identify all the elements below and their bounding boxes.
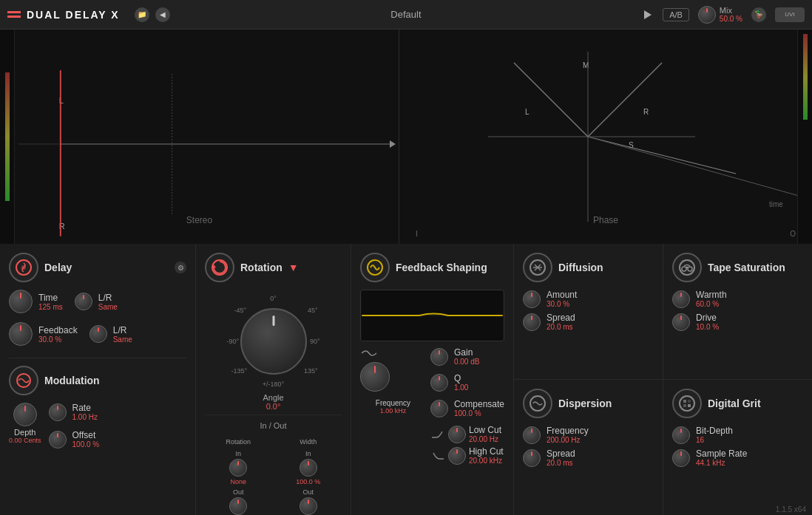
bitdepth-knob[interactable] <box>672 426 690 444</box>
lr-time-knob[interactable] <box>75 293 92 310</box>
diffusion-spread-knob[interactable] <box>523 313 541 331</box>
rotation-dropdown-icon[interactable]: ▼ <box>288 262 299 273</box>
svg-rect-36 <box>683 400 686 403</box>
in-rotation-knob[interactable] <box>229 459 247 477</box>
diffusion-icon <box>523 253 552 282</box>
warmth-knob[interactable] <box>672 290 690 308</box>
rate-value: 1.00 Hz <box>72 413 98 421</box>
offset-value: 100.0 % <box>72 440 100 449</box>
diffusion-spread-param: Spread 20.0 ms <box>523 313 654 331</box>
feedback-svg-icon <box>365 257 385 278</box>
svg-point-33 <box>686 267 688 269</box>
rate-label: Rate <box>72 403 98 413</box>
warmth-label: Warmth <box>696 290 727 300</box>
delay-svg-icon <box>13 257 34 278</box>
mix-area: Mix 50.0 % <box>698 6 742 24</box>
diffusion-spread-label-group: Spread 20.0 ms <box>547 313 575 331</box>
diffusion-amount-label: Amount <box>547 290 577 300</box>
duck-icon[interactable]: 🦆 <box>751 7 766 22</box>
drive-label: Drive <box>696 313 719 323</box>
back-icon[interactable]: ◀ <box>155 7 170 22</box>
delay-settings-icon[interactable]: ⚙ <box>175 262 186 273</box>
uvi-icon[interactable]: UVI <box>775 7 805 22</box>
gain-param: Gain 0.00 dB <box>430 347 504 366</box>
stereo-label: Stereo <box>186 215 212 225</box>
rotation-svg-icon <box>209 257 230 278</box>
angle-label: Angle <box>263 393 283 402</box>
mix-knob[interactable] <box>698 6 716 24</box>
dispersion-freq-label-group: Frequency 200.00 Hz <box>547 426 589 444</box>
bell-icon[interactable] <box>360 347 378 359</box>
offset-label: Offset <box>72 430 100 440</box>
in-width-value: 100.0 % <box>296 478 320 485</box>
eq-left-col: Frequency 1.00 kHz <box>360 347 426 465</box>
vu-bar-right <box>803 34 808 120</box>
stereo-visualizer: L R Stereo <box>0 30 399 244</box>
drive-knob[interactable] <box>672 313 690 331</box>
offset-knob[interactable] <box>49 431 67 449</box>
vu-meter-right <box>797 30 812 244</box>
depth-label: Depth <box>14 428 35 437</box>
feedback-row: Feedback 30.0 % L/R Same <box>9 322 186 350</box>
highcut-label-group: High Cut 20.00 kHz <box>469 446 504 465</box>
samplerate-knob[interactable] <box>672 449 690 467</box>
ab-button[interactable]: A/B <box>663 8 689 21</box>
bitdepth-label-group: Bit-Depth 16 <box>696 426 733 444</box>
svg-line-16 <box>588 137 799 196</box>
highcut-knob[interactable] <box>448 447 466 465</box>
play-triangle-icon <box>644 10 652 19</box>
dispersion-spread-knob[interactable] <box>523 449 541 467</box>
time-knob[interactable] <box>9 290 33 313</box>
dispersion-svg-icon <box>527 393 548 414</box>
width-col-label: Width <box>300 438 317 446</box>
lr-feedback-knob[interactable] <box>89 325 107 343</box>
gain-knob[interactable] <box>430 348 448 366</box>
highcut-icon <box>430 450 445 462</box>
diffusion-amount-knob[interactable] <box>523 290 541 308</box>
dispersion-freq-param: Frequency 200.00 Hz <box>523 426 654 444</box>
compensate-label-group: Compensate 100.0 % <box>454 399 504 417</box>
eq-display <box>360 290 504 341</box>
frequency-param <box>360 362 426 392</box>
q-value: 1.00 <box>454 383 468 392</box>
frequency-knob[interactable] <box>360 362 390 392</box>
out-rotation-knob[interactable] <box>229 497 247 515</box>
compensate-knob[interactable] <box>430 400 448 417</box>
version-label: 1.1.5 x64 <box>776 505 806 514</box>
out-width-knob[interactable] <box>300 497 317 515</box>
rotation-col-header: Rotation <box>205 434 272 447</box>
rot-label-n45: -45° <box>234 307 247 314</box>
time-label-group: Time 125 ms <box>38 293 63 311</box>
svg-point-35 <box>680 396 694 411</box>
feedback-knob[interactable] <box>9 322 33 346</box>
lowcut-row: Low Cut 20.00 Hz <box>430 425 504 443</box>
folder-icon[interactable]: 📁 <box>135 7 149 22</box>
modulation-icon <box>9 366 38 395</box>
play-button[interactable] <box>642 9 654 21</box>
dispersion-title: Dispersion <box>558 398 612 409</box>
lr-feedback-label-group: L/R Same <box>113 325 132 344</box>
svg-text:L: L <box>525 108 530 116</box>
frequency-value: 1.00 kHz <box>380 407 407 415</box>
q-knob[interactable] <box>430 374 448 392</box>
rate-label-group: Rate 1.00 Hz <box>72 403 98 421</box>
q-label: Q <box>454 373 468 383</box>
offset-label-group: Offset 100.0 % <box>72 430 100 449</box>
out-label-2: Out <box>302 488 314 496</box>
lowcut-knob[interactable] <box>448 426 466 443</box>
app-logo: DUAL DELAY X <box>7 9 120 21</box>
rot-label-0: 0° <box>270 295 277 302</box>
in-width-param: In 100.0 % <box>275 450 342 485</box>
dispersion-freq-knob[interactable] <box>523 426 541 444</box>
feedback-label: Feedback <box>38 325 78 335</box>
rate-knob[interactable] <box>49 403 67 421</box>
rotation-dial-area: 0° -45° 45° -90° 90° -135° 135° +/-180° <box>205 293 342 389</box>
in-label-2: In <box>305 450 311 457</box>
dispersion-spread-value: 20.0 ms <box>547 459 575 467</box>
in-width-knob[interactable] <box>300 459 317 477</box>
lowcut-icon <box>430 429 445 440</box>
rotation-dial[interactable] <box>240 308 307 375</box>
in-rotation-value: None <box>230 478 246 485</box>
lowcut-value: 20.00 Hz <box>469 435 501 443</box>
depth-knob[interactable] <box>13 403 37 426</box>
